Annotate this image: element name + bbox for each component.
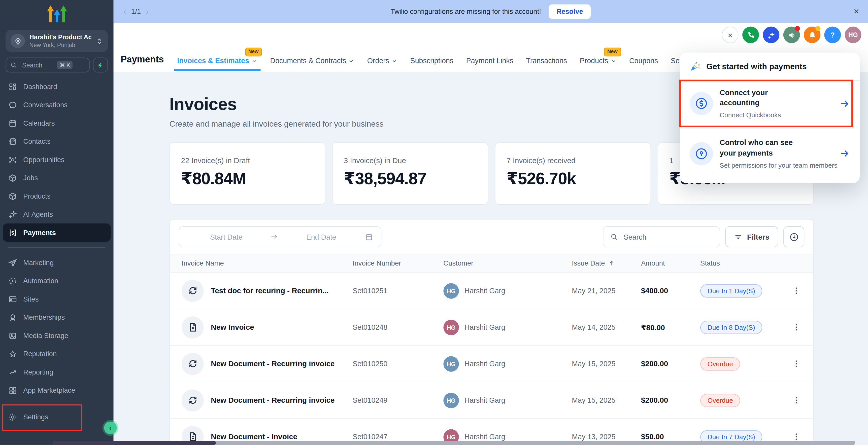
status-badge: Due In 8 Day(S) xyxy=(700,321,762,334)
sidebar-item-icon xyxy=(8,276,17,285)
sidebar-item[interactable]: Automation xyxy=(0,272,114,290)
chevron-down-icon xyxy=(610,58,616,64)
phone-button[interactable] xyxy=(742,27,759,43)
tab[interactable]: Orders xyxy=(367,56,398,65)
sidebar-nav-secondary: Marketing Automation Sites Memberships xyxy=(0,253,114,426)
resolve-button[interactable]: Resolve xyxy=(549,4,591,19)
sidebar-item[interactable]: Dashboard xyxy=(0,77,114,96)
chevron-down-icon xyxy=(251,58,257,64)
sidebar-item[interactable]: App Marketplace xyxy=(0,381,114,400)
invoice-row[interactable]: New Invoice Set010248 HG Harshit Garg Ma… xyxy=(170,309,813,346)
tab[interactable]: Products New xyxy=(580,56,617,65)
row-menu-button[interactable] xyxy=(787,286,804,295)
invoice-row[interactable]: Test doc for recuring - Recurrin... Set0… xyxy=(170,273,813,309)
ai-assistant-button[interactable] xyxy=(763,27,779,43)
date-range-picker[interactable]: Start Date End Date xyxy=(179,226,381,247)
sidebar-item[interactable]: Contacts xyxy=(0,132,114,150)
payments-tabs: Invoices & Estimates New Documents & Con… xyxy=(177,56,697,65)
row-menu-button[interactable] xyxy=(787,396,804,405)
invoice-row[interactable]: New Document - Recurring invoice Set0102… xyxy=(170,346,813,382)
sidebar-item[interactable]: Opportunities xyxy=(0,150,114,169)
notifications-button[interactable] xyxy=(804,27,820,43)
bell-icon xyxy=(808,31,816,39)
sidebar-item[interactable]: Marketing xyxy=(0,253,114,272)
chevron-updown-icon xyxy=(96,37,103,44)
invoice-row[interactable]: New Document - Recurring invoice Set0102… xyxy=(170,382,813,419)
start-date-field[interactable]: Start Date xyxy=(187,233,266,241)
sidebar-item-label: Memberships xyxy=(23,313,65,321)
horizontal-scrollbar[interactable] xyxy=(53,441,856,445)
arrow-right-icon[interactable] xyxy=(839,148,850,159)
sidebar-item[interactable]: Products xyxy=(0,187,114,205)
tab[interactable]: Documents & Contracts xyxy=(270,56,355,65)
sidebar-collapse-button[interactable]: ‹ xyxy=(104,421,117,435)
invoice-name[interactable]: New Document - Recurring invoice xyxy=(211,360,335,368)
row-menu-button[interactable] xyxy=(787,432,804,441)
header-icons: × ? HG xyxy=(722,27,862,43)
sidebar-item[interactable]: Conversations xyxy=(0,96,114,114)
issue-date: May 14, 2025 xyxy=(572,323,641,331)
popup-item[interactable]: Control who can see your payments Set pe… xyxy=(680,131,860,176)
tab[interactable]: Invoices & Estimates New xyxy=(177,56,257,65)
sidebar-item-label: Dashboard xyxy=(23,83,57,91)
sidebar-search-input[interactable] xyxy=(21,61,53,69)
invoice-name[interactable]: New Invoice xyxy=(211,323,254,331)
status-badge: Overdue xyxy=(700,357,740,371)
sidebar-item[interactable]: AI Agents xyxy=(0,205,114,224)
export-button[interactable] xyxy=(783,226,805,247)
tab[interactable]: Transactions xyxy=(526,56,567,65)
tab[interactable]: Coupons xyxy=(629,56,658,65)
filters-button[interactable]: Filters xyxy=(725,226,778,247)
bolt-icon xyxy=(97,61,104,69)
sidebar-item[interactable]: Jobs xyxy=(0,169,114,187)
invoice-name[interactable]: New Document - Recurring invoice xyxy=(211,396,335,405)
sidebar-search[interactable]: ⌘ K xyxy=(5,58,90,72)
sidebar-item-label: Jobs xyxy=(23,174,38,182)
tab[interactable]: Payment Links xyxy=(466,56,513,65)
sidebar-item[interactable]: Media Storage xyxy=(0,327,114,345)
banner-next-icon[interactable]: › xyxy=(146,7,149,15)
popup-item[interactable]: Connect your accounting Connect Quickboo… xyxy=(680,81,860,126)
sidebar-item[interactable]: Settings xyxy=(0,408,114,426)
tab-label: Products xyxy=(580,56,608,65)
announcements-button[interactable] xyxy=(783,27,800,43)
tab-label: Transactions xyxy=(526,56,567,65)
row-menu-button[interactable] xyxy=(787,322,804,332)
scrollbar-thumb[interactable] xyxy=(53,441,216,445)
invoice-amount: $400.00 xyxy=(641,286,700,295)
tab[interactable]: Subscriptions xyxy=(410,56,454,65)
invoice-name[interactable]: Test doc for recuring - Recurrin... xyxy=(211,286,329,295)
invoice-name[interactable]: New Document - Invoice xyxy=(211,433,297,441)
sidebar-item[interactable]: Reputation xyxy=(0,345,114,363)
sort-ascending-icon xyxy=(608,260,615,267)
end-date-field[interactable]: End Date xyxy=(282,233,361,241)
sidebar-item[interactable]: Reporting xyxy=(0,363,114,381)
sidebar-item-label: App Marketplace xyxy=(23,386,75,394)
customer-name: Harshit Garg xyxy=(464,433,505,441)
column-issue-date[interactable]: Issue Date xyxy=(572,260,641,267)
user-avatar[interactable]: HG xyxy=(845,27,862,43)
notification-dot xyxy=(795,26,800,31)
close-button[interactable]: × xyxy=(722,27,739,43)
customer-name: Harshit Garg xyxy=(464,286,505,295)
summary-card-value: ₹38,594.87 xyxy=(344,169,476,188)
sidebar-item[interactable]: Calendars xyxy=(0,114,114,132)
row-menu-button[interactable] xyxy=(787,359,804,368)
invoice-number: Set010251 xyxy=(353,286,443,295)
table-search[interactable] xyxy=(603,226,720,247)
sidebar-item[interactable]: Sites xyxy=(0,290,114,308)
quick-actions-button[interactable] xyxy=(93,58,108,72)
table-search-input[interactable] xyxy=(622,232,700,241)
customer-name: Harshit Garg xyxy=(464,323,505,331)
banner-page-count: 1/1 xyxy=(131,7,141,15)
summary-card-label: 7 Invoice(s) received xyxy=(506,157,639,165)
banner-prev-icon[interactable]: ‹ xyxy=(123,7,126,15)
summary-card-value: ₹526.70k xyxy=(506,169,639,188)
invoice-amount: ₹80.00 xyxy=(641,323,700,332)
help-button[interactable]: ? xyxy=(824,27,841,43)
account-switcher[interactable]: Harshit's Product Ac... New York, Punjab xyxy=(5,30,108,52)
sidebar-item[interactable]: Memberships xyxy=(0,308,114,327)
arrow-right-icon[interactable] xyxy=(839,98,850,109)
sidebar-item[interactable]: Payments xyxy=(3,224,111,242)
banner-close-icon[interactable]: × xyxy=(854,6,859,16)
